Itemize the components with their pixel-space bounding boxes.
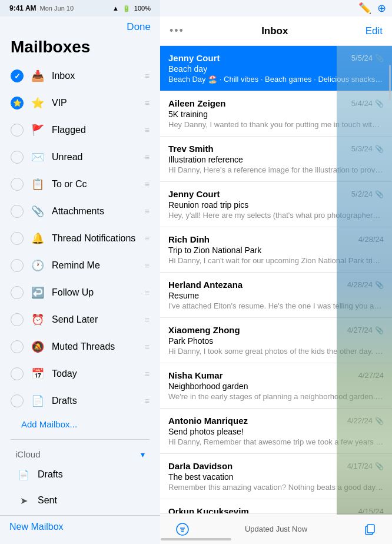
email-item-2[interactable]: Aileen Zeigen 5/4/24 📎 5K training Hey D… (160, 91, 392, 137)
compose-icon[interactable]: ✏️ (358, 2, 371, 15)
email-date-3: 5/3/24 (351, 144, 373, 153)
mailbox-item-flagged[interactable]: 🚩 Flagged ≡ (5, 117, 155, 144)
drag-handle-today[interactable]: ≡ (145, 369, 150, 379)
mailbox-item-threadnotifications[interactable]: 🔔 Thread Notifications ≡ (5, 225, 155, 252)
drag-handle-flagged[interactable]: ≡ (145, 125, 150, 135)
add-mailbox-button[interactable]: Add Mailbox... (11, 414, 88, 434)
attachment-icon-6: 📎 (375, 281, 384, 289)
mailbox-check-remindme (11, 259, 24, 272)
email-date-1: 5/5/24 (351, 54, 373, 62)
email-date-2: 5/4/24 (351, 99, 373, 108)
drag-handle-remindme[interactable]: ≡ (145, 261, 150, 270)
email-date-4: 5/2/24 (351, 190, 373, 198)
drag-handle-unread[interactable]: ≡ (145, 152, 150, 162)
email-preview-4: Hey, y'all! Here are my selects (that's … (168, 211, 384, 220)
svg-point-0 (177, 523, 188, 535)
status-bar: 9:41 AM Mon Jun 10 ▲ 🔋 100% (0, 0, 160, 16)
email-date-10: 4/17/24 (347, 462, 373, 470)
email-preview-9: Hi Danny, Remember that awesome trip we … (168, 437, 384, 446)
mailbox-item-today[interactable]: 📅 Today ≡ (5, 360, 155, 387)
done-button[interactable]: Done (127, 21, 151, 33)
scrollbar[interactable] (389, 65, 391, 100)
inbox-menu-icon[interactable]: ••• (170, 25, 184, 37)
mailbox-check-sendlater (11, 313, 24, 326)
inbox-title: Inbox (261, 25, 288, 37)
svg-rect-5 (367, 525, 374, 533)
mailbox-item-followup[interactable]: ↩️ Follow Up ≡ (5, 279, 155, 306)
threadnotifications-icon: 🔔 (29, 230, 46, 247)
email-item-4[interactable]: Jenny Court 5/2/24 📎 Reunion road trip p… (160, 182, 392, 227)
drag-handle-drafts[interactable]: ≡ (145, 396, 150, 406)
icloud-header[interactable]: iCloud ▾ (9, 445, 151, 462)
bottom-status-text: Updated Just Now (245, 525, 307, 533)
email-item-6[interactable]: Herland Antezana 4/28/24 📎 Resume I've a… (160, 273, 392, 318)
icloud-title: iCloud (15, 449, 41, 459)
today-icon: 📅 (29, 366, 46, 382)
email-item-5[interactable]: Rich Dinh 4/28/24 Trip to Zion National … (160, 227, 392, 273)
email-date-11: 4/15/24 (358, 507, 384, 513)
icloud-item-drafts[interactable]: 📄 Drafts (9, 462, 151, 487)
email-row1-8: Nisha Kumar 4/27/24 (168, 370, 384, 380)
icloud-chevron-icon[interactable]: ▾ (141, 450, 145, 459)
drag-handle-vip[interactable]: ≡ (145, 98, 150, 108)
email-item-10[interactable]: Darla Davidson 4/17/24 📎 The best vacati… (160, 454, 392, 499)
mailbox-label-sendlater: Send Later (52, 314, 145, 325)
filter-icon[interactable] (172, 519, 193, 540)
email-row1-11: Orkun Kucuksevim 4/15/24 (168, 506, 384, 513)
email-item-8[interactable]: Nisha Kumar 4/27/24 Neighborhood garden … (160, 363, 392, 409)
drag-handle-threadnotifications[interactable]: ≡ (145, 234, 150, 243)
email-item-7[interactable]: Xiaomeng Zhong 4/27/24 📎 Park Photos Hi … (160, 318, 392, 363)
drag-handle-toorcc[interactable]: ≡ (145, 180, 150, 189)
email-sender-2: Aileen Zeigen (168, 98, 226, 108)
mailbox-list: 📥 Inbox ≡ ⭐ ⭐ VIP ≡ 🚩 Flagged ≡ ✉️ Unrea… (0, 62, 160, 515)
drag-handle-attachments[interactable]: ≡ (145, 207, 150, 216)
icloud-item-sent[interactable]: ➤ Sent (9, 487, 151, 513)
drag-handle-inbox[interactable]: ≡ (145, 71, 150, 81)
remindme-icon: 🕐 (29, 257, 46, 274)
attachment-icon-9: 📎 (375, 417, 384, 425)
email-item-1[interactable]: Jenny Court 5/5/24 📎 Beach day Beach Day… (160, 46, 392, 91)
battery-icon: 🔋 (122, 5, 131, 12)
drag-handle-mutedthreads[interactable]: ≡ (145, 342, 150, 351)
mailbox-item-inbox[interactable]: 📥 Inbox ≡ (5, 62, 155, 89)
drag-handle-sendlater[interactable]: ≡ (145, 315, 150, 324)
email-row1-5: Rich Dinh 4/28/24 (168, 234, 384, 244)
email-subject-3: Illustration reference (168, 155, 384, 164)
mailbox-item-attachments[interactable]: 📎 Attachments ≡ (5, 198, 155, 225)
mailbox-label-followup: Follow Up (52, 287, 145, 298)
mailbox-label-flagged: Flagged (52, 125, 145, 135)
vip-icon: ⭐ (29, 95, 46, 111)
mailbox-item-vip[interactable]: ⭐ ⭐ VIP ≡ (5, 89, 155, 117)
mailbox-item-toorcc[interactable]: 📋 To or Cc ≡ (5, 171, 155, 198)
mailbox-check-mutedthreads (11, 340, 24, 353)
inbox-edit-button[interactable]: Edit (366, 25, 383, 37)
mailbox-item-sendlater[interactable]: ⏰ Send Later ≡ (5, 306, 155, 333)
left-panel: 9:41 AM Mon Jun 10 ▲ 🔋 100% Done Mailbox… (0, 0, 160, 544)
mailbox-item-drafts[interactable]: 📄 Drafts ≡ (5, 387, 155, 414)
mailbox-item-remindme[interactable]: 🕐 Remind Me ≡ (5, 252, 155, 279)
copy-icon[interactable] (359, 519, 380, 540)
email-item-3[interactable]: Trev Smith 5/3/24 📎 Illustration referen… (160, 137, 392, 182)
email-item-9[interactable]: Antonio Manriquez 4/22/24 📎 Send photos … (160, 409, 392, 454)
email-row1-4: Jenny Court 5/2/24 📎 (168, 189, 384, 199)
status-date: Mon Jun 10 (40, 5, 74, 12)
email-preview-1: Beach Day 🏖️ · Chill vibes · Beach games… (168, 75, 384, 84)
email-subject-2: 5K training (168, 110, 384, 119)
mailbox-label-remindme: Remind Me (52, 260, 145, 271)
drafts-icon: 📄 (29, 393, 46, 409)
flagged-icon: 🚩 (29, 122, 46, 138)
new-mailbox-button[interactable]: New Mailbox (9, 522, 64, 532)
left-footer: New Mailbox (0, 515, 160, 544)
email-preview-6: I've attached Elton's resume. He's the o… (168, 301, 384, 310)
email-sender-5: Rich Dinh (168, 234, 210, 244)
drag-handle-followup[interactable]: ≡ (145, 288, 150, 297)
more-icon[interactable]: ⊕ (377, 2, 386, 15)
mailbox-check-threadnotifications (11, 232, 24, 245)
mailbox-check-drafts (11, 394, 24, 407)
email-row1-9: Antonio Manriquez 4/22/24 📎 (168, 416, 384, 426)
email-item-11[interactable]: Orkun Kucuksevim 4/15/24 Day trip idea H… (160, 499, 392, 513)
mailbox-item-unread[interactable]: ✉️ Unread ≡ (5, 144, 155, 171)
mailbox-item-mutedthreads[interactable]: 🔕 Muted Threads ≡ (5, 333, 155, 360)
wifi-icon: ▲ (112, 5, 119, 12)
email-preview-2: Hey Danny, I wanted to thank you for put… (168, 120, 384, 129)
